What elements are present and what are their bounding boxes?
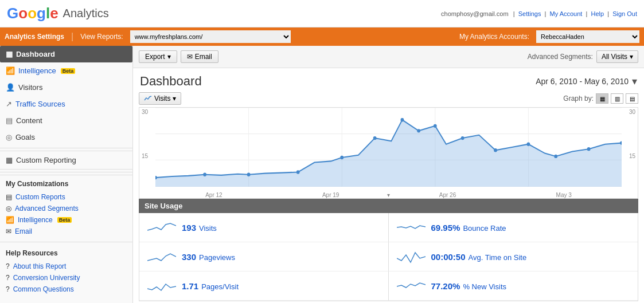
custom-reports-item[interactable]: ▤ Custom Reports bbox=[6, 191, 127, 203]
export-dropdown-icon: ▾ bbox=[167, 53, 171, 61]
my-customizations: My Customizations ▤ Custom Reports ◎ Adv… bbox=[0, 175, 132, 242]
bounce-sparkline bbox=[397, 219, 426, 236]
orange-bar: Analytics Settings | View Reports: www.m… bbox=[0, 27, 644, 46]
sidebar-nav: ▦ Dashboard 📶 Intelligence Beta 👤 Visito… bbox=[0, 46, 132, 145]
settings-link[interactable]: Settings bbox=[518, 10, 541, 17]
pageviews-sparkline bbox=[147, 248, 176, 265]
sidebar-item-traffic-sources[interactable]: ↗ Traffic Sources bbox=[0, 96, 132, 112]
dashboard-header: Dashboard Apr 6, 2010 - May 6, 2010 ▾ bbox=[133, 68, 644, 92]
svg-point-22 bbox=[587, 147, 591, 151]
chart-toolbar: Visits ▾ Graph by: ▦ ▥ ▤ bbox=[139, 92, 638, 105]
visits-button[interactable]: Visits ▾ bbox=[139, 92, 181, 105]
svg-point-21 bbox=[554, 155, 557, 158]
stat-bounce-label[interactable]: Bounce Rate bbox=[463, 224, 506, 233]
stat-pages-text: 1.71 Pages/Visit bbox=[182, 281, 239, 291]
advanced-segments-label: Advanced Segments: bbox=[528, 53, 593, 61]
all-visits-button[interactable]: All Visits ▾ bbox=[596, 50, 638, 63]
stat-pageviews-value: 330 bbox=[182, 252, 196, 262]
sidebar-item-content[interactable]: ▤ Content bbox=[0, 112, 132, 129]
email-button[interactable]: ✉ Email bbox=[181, 50, 218, 63]
about-report-link[interactable]: About this Report bbox=[13, 262, 67, 270]
sign-out-link[interactable]: Sign Out bbox=[612, 10, 637, 17]
my-analytics-label: My Analytics Accounts: bbox=[459, 33, 529, 41]
help-link[interactable]: Help bbox=[591, 10, 604, 17]
custom-reports-link[interactable]: Custom Reports bbox=[15, 193, 65, 201]
y-right-top: 30 bbox=[624, 109, 635, 115]
beta-badge-2: Beta bbox=[57, 217, 72, 223]
stat-pageviews-label[interactable]: Pageviews bbox=[199, 253, 235, 262]
stat-new-visits-label[interactable]: % New Visits bbox=[463, 282, 506, 291]
site-usage: Site Usage 193 Visits bbox=[139, 199, 638, 301]
email-custom-link[interactable]: Email bbox=[15, 227, 32, 235]
stat-visits: 193 Visits bbox=[139, 213, 389, 242]
question-icon-2: ? bbox=[6, 274, 10, 282]
common-questions-item[interactable]: ? Common Questions bbox=[6, 284, 127, 295]
email-label: Email bbox=[195, 53, 212, 61]
chart-y-axis-left: 30 15 bbox=[139, 108, 155, 198]
date-range-arrow[interactable]: ▾ bbox=[632, 75, 637, 88]
advanced-segments-link[interactable]: Advanced Segments bbox=[15, 204, 79, 213]
dashboard-title: Dashboard bbox=[140, 74, 202, 89]
graph-bar-btn[interactable]: ▥ bbox=[611, 93, 623, 104]
sidebar-item-intelligence[interactable]: 📶 Intelligence Beta bbox=[0, 62, 132, 79]
intelligence-link[interactable]: Intelligence bbox=[18, 66, 56, 75]
analytics-settings-btn[interactable]: Analytics Settings bbox=[5, 33, 64, 41]
graph-by: Graph by: ▦ ▥ ▤ bbox=[563, 93, 638, 104]
conversion-university-item[interactable]: ? Conversion University bbox=[6, 272, 127, 284]
content-area: Export ▾ ✉ Email Advanced Segments: All … bbox=[133, 46, 644, 303]
email-custom-item[interactable]: ✉ Email bbox=[6, 226, 127, 237]
traffic-sources-link[interactable]: Traffic Sources bbox=[15, 100, 65, 108]
bar2-icon: 📶 bbox=[6, 216, 14, 224]
svg-point-17 bbox=[434, 124, 437, 128]
bar-separator: | bbox=[71, 32, 73, 42]
view-reports-select[interactable]: www.myfreshplans.com/ bbox=[130, 30, 291, 43]
toolbar-left: Export ▾ ✉ Email bbox=[139, 50, 218, 63]
common-questions-link[interactable]: Common Questions bbox=[13, 285, 74, 293]
stat-visits-label[interactable]: Visits bbox=[199, 224, 217, 233]
intelligence-custom-link[interactable]: Intelligence bbox=[18, 216, 53, 224]
svg-point-12 bbox=[296, 170, 300, 174]
stat-visits-value: 193 bbox=[182, 223, 196, 233]
svg-point-19 bbox=[494, 148, 497, 152]
svg-point-10 bbox=[203, 173, 206, 176]
chart-section: Visits ▾ Graph by: ▦ ▥ ▤ 30 15 30 bbox=[133, 92, 644, 199]
line-chart-svg bbox=[155, 108, 622, 187]
stat-pages-label[interactable]: Pages/Visit bbox=[201, 282, 239, 291]
export-button[interactable]: Export ▾ bbox=[139, 50, 177, 63]
svg-marker-8 bbox=[155, 120, 622, 187]
stat-new-visits-value: 77.20% bbox=[431, 281, 460, 291]
about-report-item[interactable]: ? About this Report bbox=[6, 261, 127, 272]
stat-new-visits: 77.20% % New Visits bbox=[389, 271, 638, 301]
new-visits-sparkline bbox=[397, 277, 426, 294]
sidebar-divider-2 bbox=[0, 172, 132, 172]
graph-line-btn[interactable]: ▦ bbox=[596, 93, 608, 104]
main-layout: ▦ Dashboard 📶 Intelligence Beta 👤 Visito… bbox=[0, 46, 644, 303]
graph-compare-btn[interactable]: ▤ bbox=[626, 93, 638, 104]
stats-grid: 193 Visits 69.95% Bounce Rate bbox=[139, 213, 638, 301]
sidebar-item-visitors[interactable]: 👤 Visitors bbox=[0, 79, 132, 96]
x-label-apr19: Apr 19 bbox=[322, 192, 339, 198]
export-label: Export bbox=[145, 53, 165, 61]
sidebar-item-goals[interactable]: ◎ Goals bbox=[0, 129, 132, 145]
help-resources-heading: Help Resources bbox=[6, 249, 127, 257]
svg-point-13 bbox=[340, 156, 344, 159]
my-analytics-select[interactable]: RebeccaHaden bbox=[536, 30, 639, 43]
custom-reporting-label: Custom Reporting bbox=[16, 156, 76, 164]
svg-point-16 bbox=[417, 129, 420, 132]
pages-sparkline bbox=[147, 277, 176, 294]
my-account-link[interactable]: My Account bbox=[550, 10, 583, 17]
sidebar-divider-1 bbox=[0, 148, 132, 148]
envelope-icon: ✉ bbox=[187, 53, 193, 61]
stat-pages-value: 1.71 bbox=[182, 281, 198, 291]
intelligence-custom-item[interactable]: 📶 Intelligence Beta bbox=[6, 214, 127, 226]
custom-reporting-item[interactable]: ▦ Custom Reporting bbox=[0, 151, 132, 169]
stat-avg-time-label[interactable]: Avg. Time on Site bbox=[469, 253, 527, 262]
conversion-university-link[interactable]: Conversion University bbox=[13, 274, 80, 282]
advanced-segments-item[interactable]: ◎ Advanced Segments bbox=[6, 203, 127, 214]
x-label-may3: May 3 bbox=[556, 192, 572, 198]
help-resources: Help Resources ? About this Report ? Con… bbox=[0, 245, 132, 300]
sidebar-item-dashboard[interactable]: ▦ Dashboard bbox=[0, 46, 132, 62]
visits-chart-icon bbox=[144, 95, 152, 103]
content-icon: ▤ bbox=[6, 116, 13, 125]
my-customizations-heading: My Customizations bbox=[6, 180, 127, 188]
